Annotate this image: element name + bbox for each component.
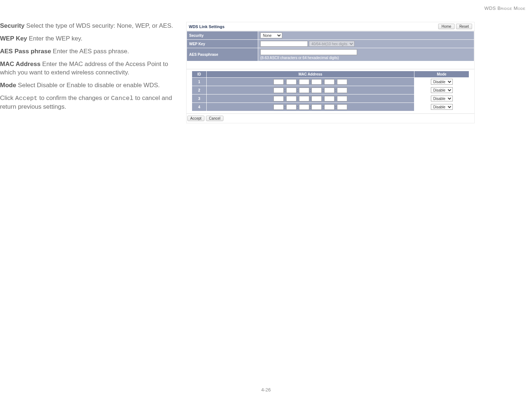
mac-header-id: ID — [192, 71, 207, 78]
mac-octet[interactable] — [286, 79, 296, 85]
mode-select[interactable]: Disable — [431, 104, 453, 110]
mac-octet[interactable] — [299, 96, 309, 101]
mac-octet[interactable] — [324, 104, 334, 110]
wepkey-field: 40/64-bit(10 hex digits) — [258, 40, 474, 48]
reset-button[interactable]: Reset — [456, 24, 472, 29]
mac-octet[interactable] — [273, 88, 284, 93]
mac-cell: ::::: — [207, 94, 414, 103]
security-field: None — [258, 31, 474, 40]
mac-octet[interactable] — [299, 88, 309, 93]
mac-octet[interactable] — [337, 104, 347, 110]
mac-octet[interactable] — [273, 96, 284, 101]
mac-octet[interactable] — [324, 88, 334, 93]
page-number: 4-26 — [0, 387, 532, 393]
aes-label: AES Passphrase — [187, 48, 258, 61]
mac-cell: ::::: — [207, 86, 414, 94]
desc-aes: AES Pass phrase Enter the AES pass phras… — [0, 47, 179, 56]
table-row: 4 ::::: Disable — [192, 103, 469, 111]
mac-octet[interactable] — [286, 104, 296, 110]
mac-octet[interactable] — [337, 88, 347, 93]
home-button[interactable]: Home — [438, 24, 455, 29]
mac-octet[interactable] — [337, 96, 347, 101]
mode-select[interactable]: Disable — [431, 87, 453, 93]
mac-table-wrap: ID MAC Address Mode 1 ::::: Disable 2 ::… — [187, 69, 474, 113]
table-row: 3 ::::: Disable — [192, 94, 469, 103]
aes-input[interactable] — [260, 49, 357, 55]
wepkey-label: WEP Key — [187, 40, 258, 48]
desc-mac: MAC Address Enter the MAC address of the… — [0, 60, 179, 77]
mode-cell: Disable — [414, 94, 469, 103]
row-id: 3 — [192, 94, 207, 103]
row-id: 2 — [192, 86, 207, 94]
mac-octet[interactable] — [299, 104, 309, 110]
mac-octet[interactable] — [311, 96, 322, 101]
panel-header: WDS Link Settings Home Reset — [187, 22, 474, 31]
mac-octet[interactable] — [311, 79, 322, 85]
mac-octet[interactable] — [286, 96, 296, 101]
mac-octet[interactable] — [324, 96, 334, 101]
mac-octet[interactable] — [337, 79, 347, 85]
panel-title: WDS Link Settings — [189, 24, 437, 29]
cancel-button[interactable]: Cancel — [206, 116, 223, 121]
table-row: 1 ::::: Disable — [192, 78, 469, 86]
mac-table: ID MAC Address Mode 1 ::::: Disable 2 ::… — [192, 71, 469, 111]
settings-table: Security None WEP Key 40/64-bit(10 hex d… — [187, 31, 474, 61]
security-select[interactable]: None — [260, 32, 282, 38]
mac-octet[interactable] — [311, 88, 322, 93]
mac-header-mode: Mode — [414, 71, 469, 78]
mac-header-mac: MAC Address — [207, 71, 414, 78]
mac-octet[interactable] — [299, 79, 309, 85]
wepkey-input[interactable] — [260, 41, 308, 47]
mode-select[interactable]: Disable — [431, 96, 453, 101]
desc-security: Security Select the type of WDS security… — [0, 22, 179, 30]
security-label: Security — [187, 31, 258, 40]
mode-select[interactable]: Disable — [431, 79, 453, 85]
table-row: 2 ::::: Disable — [192, 86, 469, 94]
mode-cell: Disable — [414, 103, 469, 111]
row-id: 1 — [192, 78, 207, 86]
page-header: WDS Bridge Mode — [0, 5, 532, 11]
mac-octet[interactable] — [273, 104, 284, 110]
desc-wepkey: WEP Key Enter the WEP key. — [0, 35, 179, 43]
mac-octet[interactable] — [273, 79, 284, 85]
footer-buttons: Accept Cancel — [187, 113, 474, 123]
row-id: 4 — [192, 103, 207, 111]
spacer — [187, 61, 474, 69]
mac-cell: ::::: — [207, 78, 414, 86]
aes-field: (8-63 ASCII characters or 64 hexadecimal… — [258, 48, 474, 61]
desc-click: Click Accept to confirm the changes or C… — [0, 94, 179, 111]
wepkey-format-select[interactable]: 40/64-bit(10 hex digits) — [309, 41, 355, 47]
mode-cell: Disable — [414, 78, 469, 86]
wds-panel: WDS Link Settings Home Reset Security No… — [186, 22, 475, 123]
aes-hint: (8-63 ASCII characters or 64 hexadecimal… — [260, 55, 472, 60]
desc-mode: Mode Select Disable or Enable to disable… — [0, 81, 179, 90]
description-column: Security Select the type of WDS security… — [0, 22, 183, 123]
mode-cell: Disable — [414, 86, 469, 94]
mac-cell: ::::: — [207, 103, 414, 111]
mac-octet[interactable] — [286, 88, 296, 93]
mac-octet[interactable] — [311, 104, 322, 110]
accept-button[interactable]: Accept — [187, 116, 204, 121]
mac-octet[interactable] — [324, 79, 334, 85]
